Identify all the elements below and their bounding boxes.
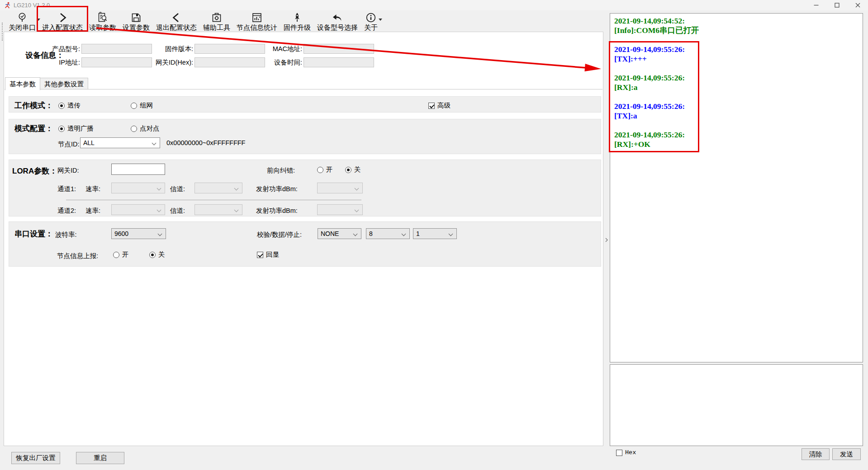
fec-label: 前向纠错:	[267, 166, 295, 175]
radio-icon	[149, 252, 156, 258]
chevron-down-icon	[353, 232, 358, 236]
back-arrow-icon	[332, 11, 343, 24]
checkbox-label: 回显	[266, 250, 279, 259]
restart-button[interactable]: 重启	[76, 452, 124, 464]
send-input[interactable]	[610, 364, 863, 446]
toolbar-button-enter-config-state[interactable]: 进入配置状态	[39, 10, 86, 32]
toolbar-button-about[interactable]: 关于	[361, 10, 381, 32]
radio-fec-off[interactable]: 关	[345, 165, 361, 174]
radio-icon	[131, 126, 137, 132]
toolbar-button-label: 关闭串口	[9, 24, 36, 31]
stop-bits-select[interactable]: 1	[413, 228, 457, 239]
echo-checkbox[interactable]: 回显	[257, 250, 279, 259]
radio-network-mode[interactable]: 组网	[131, 101, 153, 110]
data-bits-value: 8	[369, 229, 373, 239]
parity-select[interactable]: NONE	[318, 228, 361, 239]
node-id-range-hint: 0x00000000~0xFFFFFFFF	[166, 139, 245, 146]
log-time: 2021-09-14,09:55:26:	[614, 102, 859, 111]
mac-address-label: MAC地址:	[247, 44, 302, 54]
serial-port-pin-icon	[16, 11, 28, 24]
chevron-down-icon	[402, 232, 406, 236]
channel1-power-select	[317, 183, 363, 193]
radio-fec-on[interactable]: 开	[317, 165, 333, 174]
tab-other-params[interactable]: 其他参数设置	[40, 78, 88, 90]
radio-icon	[113, 252, 119, 258]
data-bits-select[interactable]: 8	[366, 228, 410, 239]
radio-label: 透明广播	[67, 124, 94, 133]
stop-bits-value: 1	[416, 229, 420, 239]
radio-node-report-off[interactable]: 关	[149, 250, 165, 259]
radio-icon	[58, 126, 65, 132]
parity-data-stop-label: 校验/数据/停止:	[257, 230, 302, 239]
factory-reset-button[interactable]: 恢复出厂设置	[11, 452, 60, 464]
node-id-value: ALL	[83, 138, 95, 148]
log-time: 2021-09-14,09:55:26:	[614, 73, 859, 83]
tab-content: 工作模式： 透传 组网 高级 模式配置： 透明广播 点对点	[5, 89, 602, 445]
serial-log-output[interactable]: 2021-09-14,09:54:52: [Info]:COM6串口已打开 20…	[610, 13, 863, 362]
toolbar-button-close-serial-port[interactable]: 关闭串口	[5, 10, 39, 32]
radio-icon	[131, 103, 137, 109]
channel1-rate-select	[111, 183, 165, 193]
toolbar-button-label: 节点信息统计	[237, 24, 277, 31]
panel-splitter-handle[interactable]	[604, 235, 609, 245]
radio-transparent-mode[interactable]: 透传	[58, 101, 81, 110]
close-button[interactable]	[847, 0, 868, 10]
baud-rate-select[interactable]: 9600	[111, 228, 166, 239]
toolbar-button-set-params[interactable]: 设置参数	[119, 10, 153, 32]
toolbar-button-label: 退出配置状态	[156, 24, 197, 31]
product-model-label: 产品型号:	[30, 44, 80, 54]
firmware-version-label: 固件版本:	[140, 44, 193, 54]
log-text: [RX]:+OK	[614, 140, 859, 149]
doc-search-icon	[97, 11, 109, 24]
title-bar: LG210 V1.2.0	[0, 0, 868, 10]
chevron-down-icon	[355, 186, 359, 191]
node-id-select[interactable]: ALL	[80, 137, 160, 148]
minimize-button[interactable]	[806, 0, 826, 10]
radio-node-report-on[interactable]: 开	[113, 250, 129, 259]
log-time: 2021-09-14,09:54:52:	[614, 16, 859, 26]
channel2-power-label: 发射功率dBm:	[256, 207, 298, 215]
maximize-button[interactable]	[826, 0, 847, 10]
toolbar-button-read-params[interactable]: 读取参数	[86, 10, 119, 32]
chevron-down-icon	[157, 186, 161, 191]
log-text: [RX]:a	[614, 83, 859, 92]
toolbar-button-aux-tools[interactable]: 辅助工具	[200, 10, 233, 32]
radio-point-to-point[interactable]: 点对点	[131, 124, 160, 133]
hex-checkbox[interactable]: Hex	[616, 449, 636, 456]
toolbar-button-label: 设置参数	[123, 24, 150, 31]
toolbar-grip[interactable]	[2, 23, 3, 41]
mac-address-field	[304, 44, 374, 54]
channel2-rate-select	[111, 204, 165, 215]
chevron-right-icon	[57, 11, 68, 24]
toolbar-button-firmware-upgrade[interactable]: 固件升级	[280, 10, 314, 32]
device-time-field	[304, 57, 374, 67]
baud-rate-value: 9600	[114, 229, 128, 239]
chevron-down-icon	[449, 232, 453, 236]
radio-label: 关	[354, 165, 361, 174]
toolbar-button-device-model-select[interactable]: 设备型号选择	[314, 10, 361, 32]
log-entry: 2021-09-14,09:55:26: [RX]:+OK	[614, 130, 859, 149]
toolbar-button-label: 关于	[364, 24, 378, 31]
advanced-checkbox[interactable]: 高级	[428, 101, 451, 110]
channel1-power-label: 发射功率dBm:	[256, 185, 298, 193]
maximize-icon	[835, 3, 840, 8]
chevron-down-icon	[234, 186, 239, 191]
checkbox-label: 高级	[437, 101, 451, 110]
toolbar-button-node-info-stats[interactable]: 节点信息统计	[233, 10, 280, 32]
toolbar-button-exit-config-state[interactable]: 退出配置状态	[153, 10, 200, 32]
chevron-down-icon	[152, 141, 157, 146]
lora-params-title: LORA参数：	[12, 166, 57, 176]
gateway-id-input[interactable]	[111, 164, 165, 175]
tab-basic-params[interactable]: 基本参数	[5, 77, 40, 90]
baud-rate-label: 波特率:	[55, 230, 77, 239]
chevron-down-icon[interactable]	[379, 19, 382, 21]
clear-button[interactable]: 清除	[802, 448, 830, 460]
log-text: [Info]:COM6串口已打开	[614, 26, 859, 35]
log-time: 2021-09-14,09:55:26:	[614, 45, 859, 54]
channel1-channel-select	[194, 183, 242, 193]
radio-transparent-broadcast[interactable]: 透明广播	[58, 124, 94, 133]
send-button[interactable]: 发送	[832, 448, 861, 460]
device-time-label: 设备时间:	[247, 57, 302, 67]
mode-config-title: 模式配置：	[14, 123, 53, 134]
lora-params-section: LORA参数： 网关ID: 前向纠错: 开 关 通道1: 速率: 信道:	[9, 160, 601, 216]
